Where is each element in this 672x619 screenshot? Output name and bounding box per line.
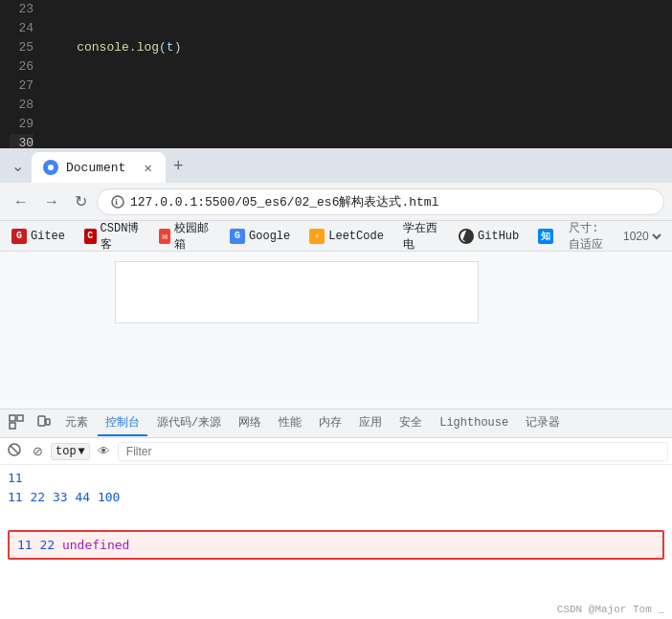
line-num-27: 27: [10, 77, 34, 96]
console-output-array: 11 22 33 44 100: [8, 490, 120, 504]
bookmark-zhihu[interactable]: 知: [534, 227, 557, 246]
svg-rect-5: [10, 423, 15, 429]
console-settings-button[interactable]: ⊘: [29, 442, 47, 460]
tab-bar: ⌄ Document ✕ +: [0, 148, 672, 183]
bookmark-xidian-label: 学在西电: [403, 220, 439, 253]
console-line-3: [0, 507, 672, 526]
console-clear-button[interactable]: [4, 441, 25, 461]
bookmark-github[interactable]: GitHub: [455, 227, 523, 246]
line-num-29: 29: [10, 115, 34, 134]
devtools-toolbar: 元素 控制台 源代码/来源 网络 性能 内存 应用 安全 Lighthouse …: [0, 409, 672, 438]
console-eye-button[interactable]: 👁: [94, 442, 114, 460]
bookmark-csdn-label: CSDN博客: [101, 220, 140, 253]
console-output: 11 11 22 33 44 100: [0, 465, 672, 619]
github-logo: [460, 231, 472, 242]
code-editor: 23 24 25 26 27 28 29 30 console.log(t) /…: [0, 0, 672, 148]
browser: ⌄ Document ✕ + ← → ↻ ℹ 127.0.0.1:5500/05…: [0, 148, 672, 619]
google-icon: G: [230, 229, 245, 244]
inspect-icon: [9, 414, 24, 430]
line-num-26: 26: [10, 57, 34, 77]
reload-button[interactable]: ↻: [69, 188, 93, 214]
console-line-1: 11: [0, 469, 672, 488]
context-select[interactable]: top ▼: [51, 443, 90, 460]
devtools-tab-network[interactable]: 网络: [231, 410, 269, 436]
console-toolbar: ⊘ top ▼ 👁: [0, 438, 672, 465]
filter-input[interactable]: [118, 442, 668, 461]
devtools-tab-performance[interactable]: 性能: [271, 410, 309, 436]
bookmark-xidian[interactable]: 学在西电: [399, 218, 443, 254]
bookmark-google-label: Google: [249, 230, 290, 243]
console-output-11: 11: [8, 471, 23, 485]
line-num-23: 23: [10, 0, 34, 19]
new-tab-button[interactable]: +: [166, 150, 191, 182]
line-numbers: 23 24 25 26 27 28 29 30: [0, 0, 43, 148]
devtools-tab-console[interactable]: 控制台: [98, 410, 147, 436]
back-button[interactable]: ←: [8, 189, 34, 214]
line-num-30: 30: [10, 134, 34, 148]
bookmarks-bar: G Gitee C CSDN博客 ✉ 校园邮箱 G Google ⚡ LeetC…: [0, 221, 672, 252]
gitee-icon: G: [11, 229, 27, 244]
code-line-23: console.log(t): [47, 38, 672, 57]
code-line-24: [47, 96, 672, 115]
svg-line-10: [11, 446, 18, 453]
line-num-25: 25: [10, 38, 34, 57]
devtools-tab-lighthouse[interactable]: Lighthouse: [432, 412, 516, 435]
bookmark-gitee[interactable]: G Gitee: [8, 227, 69, 246]
url-bar[interactable]: ℹ 127.0.0.1:5500/05_es6/02_es6解构表达式.html: [97, 188, 664, 215]
devtools-tab-memory[interactable]: 内存: [311, 410, 349, 436]
leetcode-icon: ⚡: [309, 229, 325, 244]
console-output-highlighted: 11 22 undefined: [17, 538, 129, 552]
bookmark-google[interactable]: G Google: [226, 227, 294, 246]
svg-rect-7: [38, 416, 45, 426]
devtools-tab-sources[interactable]: 源代码/来源: [149, 410, 229, 436]
bookmark-leetcode-label: LeetCode: [328, 230, 384, 243]
tab-favicon: [43, 160, 58, 175]
size-label: 尺寸: 自适应: [569, 220, 616, 253]
address-bar: ← → ↻ ℹ 127.0.0.1:5500/05_es6/02_es6解构表达…: [0, 183, 672, 221]
bookmark-leetcode[interactable]: ⚡ LeetCode: [305, 227, 388, 246]
devtools-tab-recorder[interactable]: 记录器: [518, 410, 568, 436]
device-icon: [35, 414, 51, 430]
csdn-icon: C: [84, 229, 97, 244]
svg-point-2: [112, 196, 123, 208]
code-content: console.log(t) // 3.解构表达式应用在方法的参数列表 let …: [43, 0, 672, 148]
lock-icon: ℹ: [111, 195, 124, 209]
svg-rect-6: [17, 415, 23, 421]
context-value: top: [56, 445, 77, 458]
page-content: [0, 252, 672, 409]
bookmark-gitee-label: Gitee: [31, 230, 65, 243]
watermark-text: CSDN @Major Tom _: [557, 604, 664, 615]
tab-close-button[interactable]: ✕: [143, 158, 154, 178]
devtools-device-button[interactable]: [31, 411, 56, 435]
github-icon: [459, 229, 474, 244]
context-dropdown-icon: ▼: [78, 445, 85, 458]
devtools: 元素 控制台 源代码/来源 网络 性能 内存 应用 安全 Lighthouse …: [0, 409, 672, 619]
devtools-tab-security[interactable]: 安全: [392, 410, 430, 436]
svg-point-1: [48, 165, 54, 170]
watermark: CSDN @Major Tom _: [557, 604, 664, 615]
white-content-box: [115, 261, 479, 323]
svg-rect-4: [10, 415, 15, 421]
chrome-icon: [44, 161, 57, 174]
console-line-highlighted: 11 22 undefined: [8, 530, 664, 560]
forward-button[interactable]: →: [38, 189, 65, 214]
svg-rect-8: [46, 419, 50, 425]
devtools-tab-elements[interactable]: 元素: [57, 410, 96, 436]
line-num-24: 24: [10, 19, 34, 38]
bookmark-github-label: GitHub: [478, 230, 519, 243]
zhihu-icon: 知: [538, 229, 553, 244]
bookmark-csdn[interactable]: C CSDN博客: [80, 218, 144, 254]
size-indicator: 尺寸: 自适应 1020: [569, 220, 664, 253]
line-num-28: 28: [10, 96, 34, 115]
clear-icon: [8, 443, 21, 456]
browser-tab[interactable]: Document ✕: [32, 152, 166, 183]
tab-nav-button[interactable]: ⌄: [4, 151, 32, 181]
devtools-inspect-button[interactable]: [4, 411, 29, 435]
bookmark-mail[interactable]: ✉ 校园邮箱: [155, 218, 214, 254]
devtools-tab-application[interactable]: 应用: [351, 410, 390, 436]
mail-icon: ✉: [159, 229, 171, 244]
url-text: 127.0.0.1:5500/05_es6/02_es6解构表达式.html: [130, 193, 438, 210]
size-select[interactable]: 1020: [619, 229, 664, 244]
bookmark-mail-label: 校园邮箱: [174, 220, 211, 253]
tab-title: Document: [66, 161, 135, 175]
